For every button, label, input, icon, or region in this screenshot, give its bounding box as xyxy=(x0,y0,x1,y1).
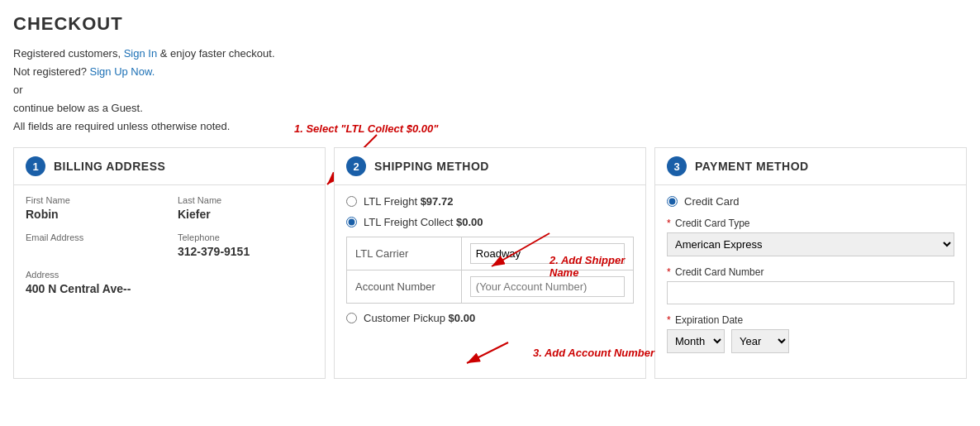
telephone-label: Telephone xyxy=(178,232,313,242)
annotation-3: 3. Add Account Number xyxy=(533,347,654,359)
payment-section-title: PAYMENT METHOD xyxy=(695,160,809,173)
annotation-2: 2. Add Shipper Name xyxy=(549,254,654,279)
first-name-value: Robin xyxy=(26,208,161,221)
ltl-freight-radio[interactable] xyxy=(346,196,357,207)
exp-date-label: Expiration Date xyxy=(675,314,743,326)
address-value: 400 N Central Ave-- xyxy=(26,282,313,295)
payment-section-number: 3 xyxy=(667,156,687,176)
address-label: Address xyxy=(26,270,313,280)
sign-in-link[interactable]: Sign In xyxy=(124,47,157,60)
last-name-value: Kiefer xyxy=(178,208,313,221)
cc-number-label: Credit Card Number xyxy=(675,266,764,278)
cc-type-label: Credit Card Type xyxy=(675,218,750,229)
exp-year-select[interactable]: Year xyxy=(731,329,789,353)
ltl-freight-collect-label: LTL Freight Collect $0.00 xyxy=(364,216,483,228)
billing-section-title: BILLING ADDRESS xyxy=(54,160,165,173)
sign-up-link[interactable]: Sign Up Now. xyxy=(90,65,155,78)
intro-text: Registered customers, Sign In & enjoy fa… xyxy=(13,45,967,136)
account-label: Account Number xyxy=(347,270,462,304)
shipping-section-title: SHIPPING METHOD xyxy=(374,160,489,173)
first-name-label: First Name xyxy=(26,195,161,205)
customer-pickup-radio[interactable] xyxy=(346,313,357,323)
payment-method-section: 3 PAYMENT METHOD Credit Card * Credit Ca… xyxy=(654,147,967,379)
credit-card-label: Credit Card xyxy=(684,195,739,208)
annotation-arrow-2 xyxy=(475,229,558,279)
last-name-label: Last Name xyxy=(178,195,313,205)
exp-date-required-star: * xyxy=(667,314,671,326)
cc-type-select[interactable]: American Express Visa Mastercard Discove… xyxy=(667,232,954,256)
billing-address-section: 1 BILLING ADDRESS First Name Robin Last … xyxy=(13,147,326,379)
cc-number-required-star: * xyxy=(667,266,671,278)
annotation-arrow-3 xyxy=(459,338,525,380)
telephone-value: 312-379-9151 xyxy=(178,245,313,258)
billing-section-number: 1 xyxy=(26,156,45,176)
cc-number-input[interactable] xyxy=(667,281,954,304)
ltl-freight-collect-radio[interactable] xyxy=(346,217,357,227)
annotation-3-container: 3. Add Account Number xyxy=(483,338,605,351)
annotation-2-container: 2. Add Shipper Name xyxy=(541,270,645,295)
shipping-method-section: 2 SHIPPING METHOD LTL Freight $97.72 LTL… xyxy=(334,147,646,379)
exp-month-select[interactable]: Month xyxy=(667,329,725,353)
credit-card-radio[interactable] xyxy=(667,196,678,207)
cc-type-required-star: * xyxy=(667,218,671,229)
shipping-section-number: 2 xyxy=(346,156,366,176)
email-label: Email Address xyxy=(26,232,161,242)
customer-pickup-label: Customer Pickup $0.00 xyxy=(364,312,475,324)
page-title: CHECKOUT xyxy=(13,13,967,35)
ltl-freight-label: LTL Freight $97.72 xyxy=(364,195,453,208)
carrier-label: LTL Carrier xyxy=(347,237,462,270)
